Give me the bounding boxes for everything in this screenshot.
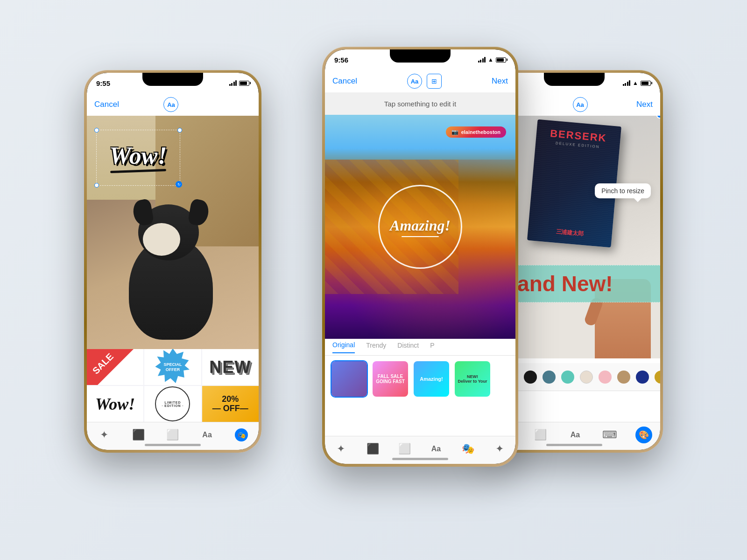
wow-text: Wow!	[109, 144, 167, 168]
color-tan[interactable]	[617, 371, 630, 384]
nav-bar-center: Cancel Aa ⊞ Next	[325, 70, 515, 92]
nav-bar-left: Cancel Aa	[87, 93, 259, 116]
handle-rotate[interactable]: ↻	[176, 181, 182, 188]
thumb-img-4: NEW!Deliver to Your	[455, 361, 490, 397]
wow-sticker-selected[interactable]: Wow! ↻	[96, 130, 180, 186]
sticker-sale[interactable]: SALE	[87, 349, 143, 385]
tab-trendy[interactable]: Trendy	[366, 342, 386, 353]
sticker-20off[interactable]: 20%— OFF—	[202, 386, 259, 422]
wifi-icon-right: ▲	[633, 80, 638, 86]
time-center: 9:56	[334, 56, 348, 64]
special-badge: SPECIALOFFER	[154, 349, 191, 385]
limited-label: LIMITED· EDITION ·	[162, 401, 183, 407]
aa-button-right[interactable]: Aa	[573, 97, 588, 112]
handle-tl[interactable]	[94, 128, 99, 133]
amazing-text: Amazing!	[390, 217, 451, 234]
photo-area-left[interactable]: Wow! ↻	[87, 116, 259, 349]
phone-center: 9:56 ▲	[322, 47, 518, 467]
amazing-circle[interactable]: Amazing!	[378, 185, 462, 269]
wow2-label: Wow!	[95, 394, 135, 414]
color-teal[interactable]	[543, 371, 556, 384]
tab-distinct[interactable]: Distinct	[397, 342, 419, 353]
color-gold[interactable]	[655, 371, 660, 384]
cancel-button-left[interactable]: Cancel	[94, 100, 119, 109]
tab-p[interactable]: P	[430, 342, 434, 353]
next-button-right[interactable]: Next	[636, 100, 653, 109]
sticker-icon-center[interactable]: 🎭	[458, 440, 477, 458]
sticker-wow2[interactable]: Wow!	[87, 386, 143, 422]
battery-icon-right	[641, 81, 651, 86]
thumb-4[interactable]: NEW!Deliver to Your	[454, 360, 491, 398]
notch-left	[142, 73, 203, 86]
status-icons-left	[229, 80, 250, 86]
handle-tr[interactable]	[177, 128, 182, 133]
instagram-sticker[interactable]: 📷 elainetheboston	[446, 126, 506, 138]
sticker-special-offer[interactable]: SPECIALOFFER	[144, 349, 201, 385]
sparkle-icon-left[interactable]: ✦	[95, 426, 113, 444]
hint-bar: Tap something to edit it	[325, 92, 515, 115]
notch-right	[544, 73, 605, 86]
thumb-1[interactable]	[331, 360, 368, 398]
palette-icon-right[interactable]: 🎨	[635, 427, 652, 443]
extra-icon-center[interactable]: ✦	[490, 440, 509, 458]
template-tabs: Original Trendy Distinct P	[325, 339, 515, 356]
photo-area-center[interactable]: 📷 elainetheboston Amazing!	[325, 115, 515, 339]
nav-center-left: Aa	[163, 97, 178, 112]
thumb-img-3: Amazing!	[414, 361, 449, 397]
home-indicator-right	[546, 444, 602, 446]
aa-button-center[interactable]: Aa	[407, 74, 422, 89]
next-button-center[interactable]: Next	[492, 77, 508, 86]
nav-center-right: Aa	[573, 97, 588, 112]
status-icons-center: ▲	[478, 56, 506, 63]
sticker-icon-left[interactable]: 🎭	[232, 426, 251, 444]
sticker-grid: SALE SPECIALOFFER NEW Wow!	[87, 349, 259, 422]
cancel-button-center[interactable]: Cancel	[332, 77, 357, 86]
wifi-icon-center: ▲	[488, 56, 493, 63]
battery-icon-center	[496, 57, 506, 63]
amazing-underline	[402, 236, 439, 237]
thumb-2[interactable]: FALL SALEGOING FAST	[372, 360, 409, 398]
crop-icon-right[interactable]: ⬜	[531, 426, 550, 444]
color-pink[interactable]	[599, 371, 612, 384]
pinch-tooltip-text: Pinch to resize	[601, 187, 644, 195]
status-icons-right: ▲	[623, 80, 651, 86]
special-offer-label: SPECIALOFFER	[163, 362, 182, 372]
building-background: 📷 elainetheboston Amazing!	[325, 115, 515, 339]
instagram-icon: 📷	[451, 129, 458, 135]
signal-icon-left	[229, 80, 237, 86]
text-icon-right[interactable]: Aa	[566, 426, 585, 444]
text-icon-left[interactable]: Aa	[198, 426, 217, 444]
color-black[interactable]	[524, 371, 537, 384]
limited-circle: LIMITED· EDITION ·	[155, 386, 190, 421]
sparkle-icon-center[interactable]: ✦	[331, 440, 350, 458]
signal-icon-center	[478, 57, 486, 63]
color-mint[interactable]	[561, 371, 574, 384]
hint-text: Tap something to edit it	[384, 100, 456, 108]
dog-figure	[115, 200, 232, 340]
handle-bl[interactable]	[94, 183, 99, 188]
color-navy[interactable]	[636, 371, 649, 384]
image-button-center[interactable]: ⊞	[427, 74, 442, 89]
keyboard-icon-right[interactable]: ⌨	[600, 426, 619, 444]
aa-button-left[interactable]: Aa	[163, 97, 178, 112]
frame-icon-center[interactable]: ⬛	[363, 440, 382, 458]
crop-icon-center[interactable]: ⬜	[395, 440, 414, 458]
off-label: 20%— OFF—	[212, 395, 248, 413]
crop-icon-left[interactable]: ⬜	[163, 426, 182, 444]
color-cream[interactable]	[580, 371, 593, 384]
text-icon-center[interactable]: Aa	[427, 440, 445, 458]
sticker-limited[interactable]: LIMITED· EDITION ·	[144, 386, 201, 422]
notch-center	[390, 49, 451, 63]
tab-original[interactable]: Original	[332, 341, 355, 353]
phone-left: 9:55 Cancel	[84, 70, 261, 453]
sticker-new[interactable]: NEW	[202, 349, 259, 385]
wow-underline	[110, 168, 166, 173]
frame-icon-left[interactable]: ⬛	[129, 426, 148, 444]
home-indicator-center	[392, 458, 448, 460]
dog-background: Wow! ↻	[87, 116, 259, 349]
thumb-img-2: FALL SALEGOING FAST	[373, 361, 408, 397]
battery-icon-left	[239, 81, 249, 86]
signal-icon-right	[623, 80, 631, 86]
thumb-3[interactable]: Amazing!	[413, 360, 450, 398]
time-left: 9:55	[96, 79, 110, 87]
